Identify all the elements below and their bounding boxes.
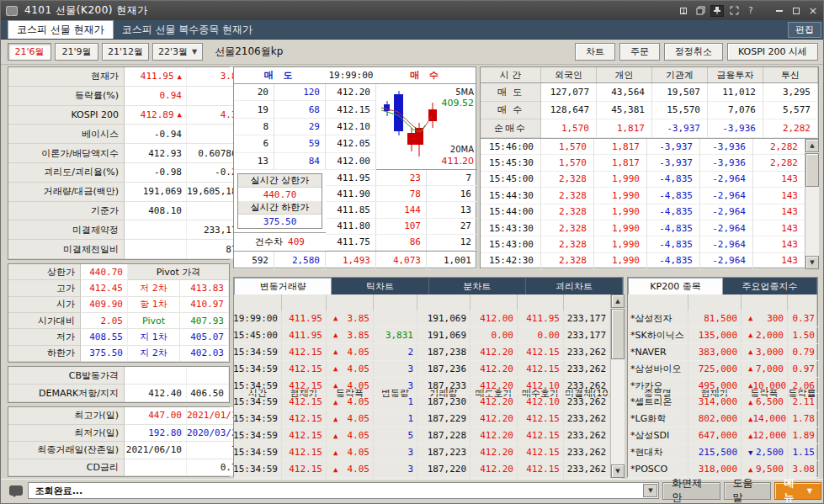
info-row[interactable]: 괴리도/괴리율(%)-0.98-0.24	[8, 163, 247, 183]
investor-summary-row[interactable]: 매 수128,64745,38115,5707,0765,577	[481, 102, 818, 120]
info-row[interactable]: 미결제전일비876	[8, 240, 247, 259]
investor-time-row[interactable]: 15:42:302,3281,990-4,835-2,964143	[481, 253, 805, 269]
close-icon[interactable]: ×	[806, 5, 820, 17]
info-row[interactable]: 베이시스-0.94	[8, 125, 247, 144]
pivot-row[interactable]: 하한가375.50지 2차402.03	[8, 346, 229, 362]
pivot-row[interactable]: 시가대비2.05Pivot407.93	[8, 313, 229, 329]
ask-row[interactable]: 1384412.00	[234, 153, 376, 170]
stock-row[interactable]: *삼성바이오725,000▲7,0000.97	[628, 361, 819, 378]
stock-row[interactable]: *셀트리온314,000▲6,5002.11	[628, 394, 819, 411]
tick-row[interactable]: 15:45:00411.95▲3.853,831191,0690.000.002…	[234, 327, 610, 344]
tick-cum-volume: 187,230	[417, 394, 470, 411]
info-row[interactable]: CD금리0.75	[8, 459, 247, 477]
stock-row[interactable]: *NAVER383,000▲3,0000.79	[628, 344, 819, 361]
scroll-up-button[interactable]: ▲	[805, 139, 819, 152]
ask-row[interactable]: 1968412.15	[234, 101, 376, 118]
tick-tab[interactable]: 괴리차트	[526, 278, 623, 294]
info-row[interactable]: 최저가(일)192.802020/03/20	[8, 425, 247, 443]
investor-value: 2,282	[753, 139, 805, 155]
minimize-icon[interactable]	[773, 5, 786, 17]
info-row[interactable]: 최종거래일(잔존일)2021/06/1077	[8, 442, 247, 459]
tick-scrollbar[interactable]: ▲ ▼	[610, 294, 625, 478]
cascade-icon[interactable]	[694, 5, 707, 17]
info-row[interactable]: 이론가/배당액지수412.930.607868	[8, 144, 247, 163]
scroll-up-button[interactable]: ▲	[611, 294, 625, 308]
tick-row[interactable]: 15:34:59412.15▲4.053187,236412.20412.152…	[234, 361, 610, 378]
scroll-down-button[interactable]: ▼	[805, 256, 819, 269]
tick-tab[interactable]: 분차트	[429, 278, 526, 294]
tick-row[interactable]: 15:34:59412.15▲4.051187,230412.20412.102…	[234, 394, 610, 411]
month-button[interactable]: 21'6월	[8, 43, 51, 61]
investor-time-row[interactable]: 15:43:302,3281,990-4,835-2,964143	[481, 220, 805, 236]
investor-time-row[interactable]: 15:45:002,3281,990-4,835-2,964143	[481, 172, 805, 188]
info-row[interactable]: 현재가411.95▲3.85	[8, 67, 247, 87]
scroll-thumb[interactable]	[805, 153, 819, 187]
stock-row[interactable]: *카카오495,000▲10,0002.06	[628, 378, 819, 395]
kp200-tab[interactable]: 주요업종지수	[723, 278, 817, 294]
info-row[interactable]: 미결제약정233,177	[8, 220, 247, 240]
scroll-down-button[interactable]: ▼	[611, 464, 625, 478]
tick-row[interactable]: 19:99:00411.95▲3.85191,069412.00411.9523…	[234, 310, 610, 327]
pivot-row[interactable]: 상한가440.70Pivot 가격	[8, 264, 229, 280]
investor-time-row[interactable]: 15:44:302,3281,990-4,835-2,964143	[481, 188, 805, 204]
tick-row[interactable]: 15:34:59412.15▲4.053187,220412.20412.152…	[234, 461, 610, 478]
tick-row[interactable]: 15:34:59412.15▲4.052187,238412.20412.152…	[234, 344, 610, 361]
investor-time-row[interactable]: 15:45:301,5701,817-3,937-3,9362,282	[481, 155, 805, 171]
edit-button[interactable]: 편집	[788, 22, 821, 38]
tab-kospi-futures-multi[interactable]: 코스피 선물 복수종목 현재가	[114, 20, 261, 39]
statusbar-button[interactable]: 화면제안	[662, 482, 720, 500]
investor-time-row[interactable]: 15:43:002,3281,990-4,835-2,964143	[481, 236, 805, 252]
tab-kospi-futures-price[interactable]: 코스피 선물 현재가	[8, 20, 114, 39]
menu-button[interactable]: 메뉴▼	[774, 482, 821, 500]
toolbar-button[interactable]: KOSPI 200 시세	[727, 43, 818, 61]
fullscreen-icon[interactable]	[727, 5, 741, 17]
tick-row[interactable]: 15:34:59412.15▲4.053187,233412.20412.102…	[234, 378, 610, 395]
tick-row[interactable]: 15:34:59412.15▲4.055187,228412.20412.152…	[234, 427, 610, 444]
statusbar-button[interactable]: 도움말	[724, 482, 772, 500]
scroll-thumb[interactable]	[611, 309, 625, 359]
info-row[interactable]: 기준가408.10	[8, 202, 247, 221]
maximize-icon[interactable]	[789, 5, 803, 17]
info-row[interactable]: KOSPI 200412.89▲4.36	[8, 106, 247, 125]
stock-row[interactable]: *현대차215,500▼2,5001.15	[628, 444, 819, 461]
stock-row[interactable]: *LG화학802,000▲14,0001.78	[628, 411, 819, 427]
info-row[interactable]: 최고가(일)447.002021/01/11	[8, 407, 247, 425]
month-button[interactable]: 22'3월▼	[152, 43, 203, 61]
window-number-icon[interactable]: 1	[677, 5, 690, 17]
pivot-row[interactable]: 고가412.45저 2차413.83	[8, 280, 229, 296]
ask-row[interactable]: 659412.05	[234, 135, 376, 152]
kp200-tab[interactable]: KP200 종목	[628, 278, 723, 294]
tick-tab[interactable]: 변동거래량	[234, 278, 332, 294]
ask-row[interactable]: 829412.10	[234, 119, 376, 135]
month-button[interactable]: 21'9월	[55, 43, 98, 61]
info-row[interactable]: DEMARK저항/지지412.40406.50	[8, 385, 229, 402]
tick-tab[interactable]: 틱차트	[332, 278, 428, 294]
pin-icon[interactable]	[710, 5, 724, 17]
tick-row[interactable]: 15:34:59412.15▲4.051187,229412.20412.152…	[234, 411, 610, 427]
pivot-row[interactable]: 저가408.55지 1차405.07	[8, 329, 229, 345]
message-dropdown-icon[interactable]: ▼	[643, 484, 657, 497]
stock-row[interactable]: *삼성전자81,500▲3000.37	[628, 310, 819, 327]
tick-row[interactable]: 15:34:59412.15▲4.053187,223412.20412.152…	[234, 444, 610, 461]
investor-summary-row[interactable]: 매 도127,07743,56419,50711,0123,295	[481, 83, 818, 102]
investor-scrollbar[interactable]: ▲ ▼	[805, 139, 819, 269]
investor-summary-row[interactable]: 순매수1,5701,817-3,937-3,9362,282	[481, 119, 818, 138]
help-icon[interactable]: ?	[744, 5, 758, 17]
info-row[interactable]: CB발동가격	[8, 367, 229, 385]
stock-row[interactable]: *SK하이닉스135,000▲2,0001.50	[628, 327, 819, 344]
status-message-field[interactable]: 조회완료... ▼	[28, 482, 660, 499]
stock-row[interactable]: *삼성SDI647,000▲12,0001.89	[628, 427, 819, 444]
toolbar-button[interactable]: 차트	[575, 43, 615, 61]
month-button[interactable]: 21'12월	[102, 43, 149, 61]
stock-row[interactable]: *POSCO318,000▲9,5003.08	[628, 461, 819, 478]
pivot-row[interactable]: 시가409.90항 1차410.97	[8, 297, 229, 313]
ask-row[interactable]: 20120412.20	[234, 84, 376, 101]
row-value-1	[125, 220, 187, 240]
info-row[interactable]: 등락률(%)0.94	[8, 87, 247, 106]
investor-time-row[interactable]: 15:44:002,3281,990-4,835-2,964143	[481, 204, 805, 220]
investor-time-row[interactable]: 15:46:001,5701,817-3,937-3,9362,282	[481, 139, 805, 155]
ask-count: 20	[234, 84, 274, 101]
info-row[interactable]: 거래량/대금(백만)191,06919,605,188	[8, 183, 247, 202]
toolbar-button[interactable]: 정정취소	[664, 43, 723, 61]
toolbar-button[interactable]: 주문	[619, 43, 660, 61]
